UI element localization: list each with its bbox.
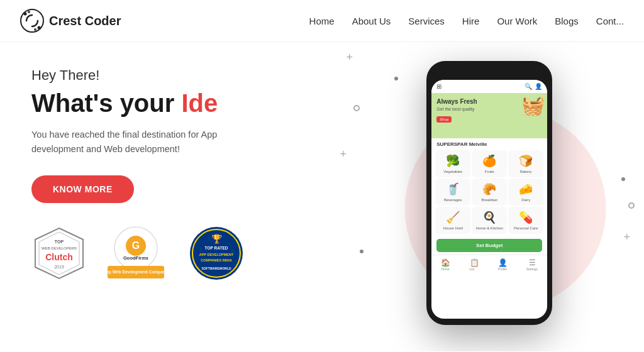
app-search-icon: 🔍 (525, 83, 532, 90)
app-banner-image: 🧺 (521, 94, 545, 116)
nav-home[interactable]: Home (309, 16, 335, 26)
app-top-bar: ⊞ 🔍 👤 (431, 80, 547, 93)
household-label: House Hold (443, 226, 463, 230)
app-banner-btn: Shop (436, 116, 452, 123)
beverages-icon: 🥤 (446, 182, 460, 196)
fruits-label: Fruits (485, 170, 494, 173)
breakfast-icon: 🥐 (482, 182, 496, 196)
deco-dot-3 (360, 250, 364, 253)
settings-tab-icon: ☰ (526, 258, 538, 267)
svg-point-2 (38, 26, 41, 30)
vegetables-label: Vegetables (443, 170, 462, 173)
app-category-grid: 🥦 Vegetables 🍊 Fruits 🍞 Bakery 🥤 (431, 149, 547, 235)
nav-contact[interactable]: Cont... (596, 16, 624, 26)
svg-point-1 (24, 13, 27, 16)
headline-part1: What's your (31, 89, 181, 117)
tab-settings[interactable]: ☰ Settings (526, 258, 538, 271)
phone-outer: ⊞ 🔍 👤 Always Fresh Get the best quality … (426, 61, 552, 325)
home-tab-label: Home (441, 267, 450, 271)
list-tab-icon: 📋 (470, 258, 479, 267)
svg-text:APP DEVELOPMENT: APP DEVELOPMENT (199, 253, 234, 256)
category-dairy: 🧀 Dairy (508, 179, 543, 206)
category-vegetables: 🥦 Vegetables (435, 150, 470, 177)
logo: Crest Coder (20, 9, 121, 33)
app-banner: Always Fresh Get the best quality Shop 🧺 (431, 93, 547, 138)
dairy-icon: 🧀 (519, 182, 533, 196)
list-tab-label: List (470, 267, 479, 271)
phone-mockup: ⊞ 🔍 👤 Always Fresh Get the best quality … (426, 61, 552, 325)
kitchen-icon: 🍳 (482, 211, 496, 224)
app-user-icon: 👤 (535, 83, 542, 90)
app-bottom-bar: 🏠 Home 📋 List 👤 Profile ☰ (431, 255, 547, 272)
dairy-label: Dairy (521, 198, 530, 202)
svg-text:COMPANIES INDIA: COMPANIES INDIA (201, 258, 231, 262)
fruits-icon: 🍊 (482, 154, 496, 168)
category-breakfast: 🥐 Breakfast (472, 179, 507, 206)
app-store-name: SUPERSPAR Melville (431, 138, 547, 149)
svg-text:2019: 2019 (54, 265, 64, 269)
household-icon: 🧹 (446, 211, 460, 224)
app-icons-right: 🔍 👤 (525, 83, 542, 90)
hero-headline: What's your Ide (31, 89, 309, 118)
softwareworld-badge: 🏆 TOP RATED APP DEVELOPMENT COMPANIES IN… (185, 226, 248, 281)
app-menu-icon: ⊞ (436, 83, 441, 90)
deco-circle-2 (628, 202, 635, 209)
category-household: 🧹 House Hold (435, 207, 470, 234)
category-kitchen: 🍳 Home & Kitchen (472, 207, 507, 234)
profile-tab-label: Profile (498, 267, 508, 271)
main-content: Hey There! What's your Ide You have reac… (0, 42, 644, 351)
header: Crest Coder Home About Us Services Hire … (0, 0, 644, 42)
nav-blogs[interactable]: Blogs (555, 16, 579, 26)
deco-plus-1: + (346, 51, 353, 64)
profile-tab-icon: 👤 (498, 258, 508, 267)
logo-text: Crest Coder (49, 14, 121, 28)
nav-hire[interactable]: Hire (462, 16, 480, 26)
kitchen-label: Home & Kitchen (476, 226, 503, 230)
home-tab-icon: 🏠 (441, 258, 450, 267)
svg-text:TOP: TOP (55, 239, 64, 244)
set-budget-button[interactable]: Set Budget (436, 239, 542, 252)
bakery-icon: 🍞 (519, 154, 533, 168)
nav-our-work[interactable]: Our Work (497, 16, 537, 26)
hero-right: + + + ⊞ 🔍 👤 (335, 42, 644, 351)
svg-text:Top Web Development Company: Top Web Development Company (104, 270, 167, 275)
logo-icon (20, 9, 44, 33)
breakfast-label: Breakfast (482, 198, 497, 202)
nav-about-us[interactable]: About Us (352, 16, 391, 26)
deco-dot-1 (394, 77, 398, 80)
svg-text:WEB DEVELOPERS: WEB DEVELOPERS (42, 246, 77, 250)
svg-text:🏆: 🏆 (211, 234, 223, 245)
svg-text:Clutch: Clutch (45, 252, 73, 262)
svg-point-3 (28, 11, 30, 13)
nav-services[interactable]: Services (408, 16, 445, 26)
phone-notch (467, 67, 511, 77)
tab-list[interactable]: 📋 List (470, 258, 479, 271)
svg-text:G: G (132, 240, 140, 251)
clutch-badge: TOP WEB DEVELOPERS Clutch 2019 (31, 226, 87, 281)
hero-greeting: Hey There! (31, 67, 309, 84)
category-fruits: 🍊 Fruits (472, 150, 507, 177)
svg-point-4 (34, 28, 36, 31)
deco-dot-2 (621, 177, 625, 181)
hero-left: Hey There! What's your Ide You have reac… (0, 42, 335, 351)
bakery-label: Bakery (520, 170, 532, 173)
deco-plus-2: + (340, 148, 347, 161)
main-nav: Home About Us Services Hire Our Work Blo… (309, 16, 624, 26)
badges-section: TOP WEB DEVELOPERS Clutch 2019 G GoodFir… (31, 226, 309, 281)
tab-home[interactable]: 🏠 Home (441, 258, 450, 271)
tab-profile[interactable]: 👤 Profile (498, 258, 508, 271)
vegetables-icon: 🥦 (446, 154, 460, 168)
phone-screen: ⊞ 🔍 👤 Always Fresh Get the best quality … (431, 80, 547, 319)
deco-plus-3: + (623, 231, 630, 244)
personal-care-icon: 💊 (519, 211, 533, 224)
svg-text:TOP RATED: TOP RATED (205, 246, 228, 250)
svg-text:GoodFirms: GoodFirms (123, 255, 148, 261)
hero-subtext: You have reached the final destination f… (31, 128, 264, 157)
personal-care-label: Personal Care (514, 226, 538, 230)
know-more-button[interactable]: KNOW MORE (31, 175, 134, 203)
deco-circle-1 (353, 105, 360, 111)
category-bakery: 🍞 Bakery (508, 150, 543, 177)
headline-highlight: Ide (181, 89, 218, 117)
category-beverages: 🥤 Beverages (435, 179, 470, 206)
app-icons-left: ⊞ (436, 83, 441, 90)
